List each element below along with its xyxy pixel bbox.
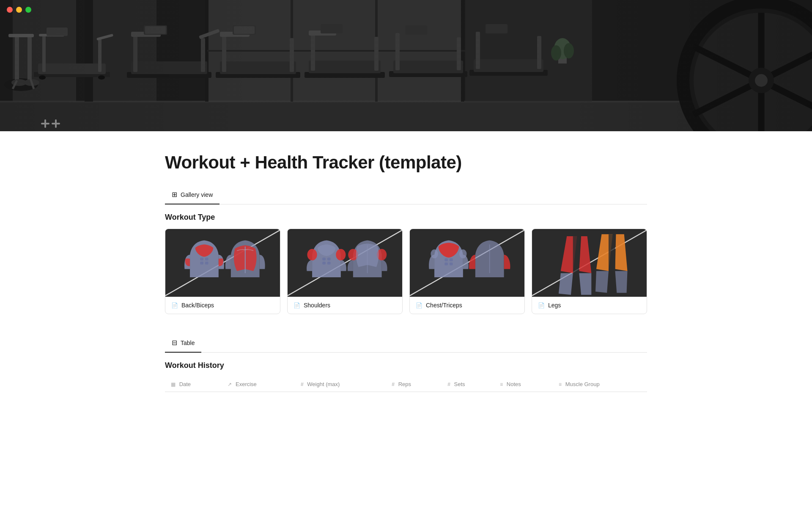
sets-icon: # [447,381,450,387]
card-back-biceps[interactable]: 📄 Back/Biceps [165,229,280,314]
window-controls [7,7,31,13]
card-image-legs [532,229,647,297]
page-title: Workout + Health Tracker (template) [165,152,647,173]
svg-rect-100 [444,262,448,265]
card-label-icon-3: 📄 [416,302,422,309]
card-legs[interactable]: 📄 Legs [532,229,647,314]
card-label-icon-1: 📄 [171,302,178,309]
gallery-view-tab[interactable]: ⊞ Gallery view [165,186,219,204]
gym-image [0,0,812,131]
workout-history-section: Workout History ▦ Date ↗ Exercise # Weig… [165,361,647,392]
col-sets-label: Sets [454,381,465,387]
svg-point-87 [307,249,317,260]
maximize-button[interactable] [25,7,31,13]
card-label-text-1: Back/Biceps [181,302,214,309]
svg-point-103 [459,249,466,258]
svg-rect-80 [200,257,203,260]
page-content: Workout + Health Tracker (template) ⊞ Ga… [131,131,681,426]
card-image-back-biceps [165,229,280,297]
svg-point-88 [336,249,346,260]
svg-rect-91 [322,262,326,265]
card-image-chest-triceps [410,229,524,297]
card-label-shoulders: 📄 Shoulders [288,297,402,314]
muscle-svg-back-biceps [165,229,280,297]
col-muscle-group: ≡ Muscle Group [553,377,647,392]
card-label-legs: 📄 Legs [532,297,647,314]
svg-rect-99 [450,258,453,261]
close-button[interactable] [7,7,13,13]
table-view-tab[interactable]: ⊟ Table [165,334,201,353]
reps-icon: # [392,381,395,387]
workout-history-heading: Workout History [165,361,647,370]
col-exercise: ↗ Exercise [222,377,295,392]
muscle-svg-chest-triceps [410,229,524,297]
weight-icon: # [301,381,304,387]
col-notes: ≡ Notes [494,377,553,392]
svg-rect-101 [450,262,453,265]
card-label-chest-triceps: 📄 Chest/Triceps [410,297,524,314]
workout-history-table: ▦ Date ↗ Exercise # Weight (max) # Reps [165,377,647,392]
svg-rect-82 [200,262,203,265]
workout-type-heading: Workout Type [165,213,647,222]
svg-rect-108 [609,234,615,271]
hero-banner [0,0,812,131]
table-icon: ⊟ [172,339,177,347]
col-weight-label: Weight (max) [307,381,340,387]
col-muscle-label: Muscle Group [565,381,600,387]
table-view-tabs: ⊟ Table [165,334,647,353]
col-exercise-label: Exercise [236,381,257,387]
workout-type-section: Workout Type [165,213,647,314]
svg-rect-83 [205,262,208,265]
muscle-icon: ≡ [559,381,562,387]
notes-icon: ≡ [500,381,503,387]
svg-rect-107 [573,236,579,273]
table-header-row: ▦ Date ↗ Exercise # Weight (max) # Reps [165,377,647,392]
card-label-text-2: Shoulders [304,302,330,309]
table-tab-label: Table [181,340,195,346]
date-icon: ▦ [171,381,176,387]
svg-rect-75 [41,123,49,124]
card-label-icon-2: 📄 [294,302,300,309]
svg-rect-98 [444,258,448,261]
col-notes-label: Notes [507,381,521,387]
card-chest-triceps[interactable]: 📄 Chest/Triceps [409,229,525,314]
card-label-text-4: Legs [548,302,561,309]
muscle-svg-shoulders [288,229,402,297]
gallery-tab-label: Gallery view [181,191,213,198]
svg-rect-89 [322,257,326,260]
svg-rect-77 [52,123,60,124]
view-tabs: ⊞ Gallery view [165,186,647,204]
card-label-back-biceps: 📄 Back/Biceps [165,297,280,314]
col-reps: # Reps [386,377,442,392]
svg-rect-73 [0,0,812,131]
svg-rect-92 [327,262,331,265]
svg-rect-81 [205,257,208,260]
card-shoulders[interactable]: 📄 Shoulders [287,229,403,314]
card-label-icon-4: 📄 [538,302,545,309]
col-weight: # Weight (max) [295,377,386,392]
col-date: ▦ Date [165,377,222,392]
gallery-grid: 📄 Back/Biceps [165,229,647,314]
gallery-icon: ⊞ [172,190,177,199]
card-image-shoulders [288,229,402,297]
col-sets: # Sets [442,377,494,392]
svg-rect-90 [327,257,331,260]
svg-point-102 [431,249,438,258]
muscle-svg-legs [532,229,647,297]
card-label-text-3: Chest/Triceps [426,302,462,309]
col-reps-label: Reps [398,381,411,387]
exercise-icon: ↗ [228,381,232,387]
minimize-button[interactable] [16,7,22,13]
col-date-label: Date [179,381,191,387]
